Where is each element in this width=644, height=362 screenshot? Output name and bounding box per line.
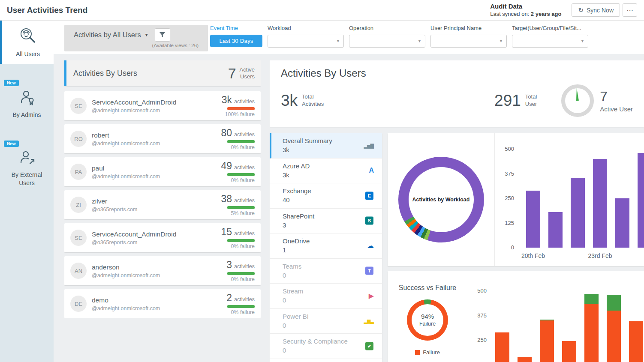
user-activity-row[interactable]: SE ServiceAccount_AdminDroid @o365report… (64, 223, 261, 252)
user-activity-row[interactable]: RO robert @admeight.onmicrosoft.com 80 a… (64, 124, 261, 153)
failure-rate-label: 5% failure (231, 210, 255, 216)
sync-now-button[interactable]: ↻ Sync Now (572, 3, 620, 17)
workload-item[interactable]: Azure AD 3k A (270, 159, 382, 184)
bar-segment-failure[interactable] (584, 304, 599, 362)
bar-segment-failure[interactable] (518, 357, 532, 362)
workload-item[interactable]: Exchange 40 E (270, 183, 382, 209)
user-name: ServiceAccount_AdminDroid (92, 230, 176, 238)
bar-segment-failure[interactable] (540, 320, 554, 362)
failure-rate-bar (227, 173, 255, 176)
bar[interactable] (593, 159, 607, 248)
bar[interactable] (526, 191, 540, 248)
bar[interactable] (548, 212, 563, 248)
chevron-down-icon: ▼ (336, 39, 340, 43)
user-list: SE ServiceAccount_AdminDroid @admeight.o… (64, 91, 261, 318)
total-user-label-top: Total (525, 93, 537, 100)
onedrive-icon: ☁ (367, 242, 373, 249)
workload-item[interactable]: Stream 0 ▶ (270, 284, 382, 309)
activity-count: 2 (226, 292, 232, 304)
workload-filter-label: Workload (268, 25, 344, 31)
daily-activities-chart: 0125250375500 20th Feb23rd Feb (495, 133, 644, 266)
event-time-label: Event Time (210, 25, 262, 31)
x-axis: 20th Feb23rd Feb (518, 252, 644, 259)
y-axis-tick: 250 (495, 195, 514, 201)
chevron-down-icon: ▼ (418, 39, 421, 43)
operation-filter: Operation ▼ (349, 25, 425, 48)
x-axis-label: 23rd Feb (588, 252, 612, 259)
workload-item[interactable]: OneDrive 1 ☁ (270, 233, 382, 259)
operation-filter-select[interactable]: ▼ (349, 35, 425, 48)
failure-rate-bar (227, 272, 255, 275)
bar-segment-failure[interactable] (629, 321, 643, 362)
sidebar-item-by-external-users[interactable]: New By External Users (0, 135, 54, 192)
bar[interactable] (571, 178, 585, 248)
workload-value: 0 (283, 272, 373, 279)
user-activities-search-icon (18, 26, 38, 47)
y-axis: 0125250375500 (495, 149, 514, 248)
new-badge: New (4, 80, 19, 86)
sync-icon: ↻ (578, 6, 584, 14)
view-selector-dropdown[interactable]: Activities by All Users (74, 31, 141, 39)
audit-data-label: Audit Data (490, 2, 561, 11)
failure-rate-label: 0% failure (231, 144, 255, 150)
bar-segment-success[interactable] (607, 295, 621, 311)
funnel-icon (159, 32, 166, 38)
target-filter-label: Target(User/Group/File/Sit... (512, 25, 588, 31)
more-options-button[interactable]: ⋯ (623, 3, 637, 17)
workload-donut[interactable]: Activities by Workload (398, 157, 484, 242)
workload-item[interactable]: Teams 0 T (270, 259, 382, 284)
workload-item[interactable]: Security & Compliance 0 ✔ (270, 334, 382, 359)
bar[interactable] (638, 153, 644, 248)
exchange-icon: E (365, 191, 373, 200)
user-activity-row[interactable]: ZI zilver @o365reports.com 38 activities… (64, 190, 261, 219)
user-activity-row[interactable]: AN anderson @admeight.onmicrosoft.com 3 … (64, 256, 261, 285)
workload-summary-card: Overall Summary 3k ▂▅▇ Azure AD 3k A Exc… (270, 133, 382, 362)
bar-plot (491, 291, 644, 362)
user-name: zilver (92, 197, 138, 205)
audit-data-info: Audit Data Last synced on: 2 years ago (490, 2, 561, 18)
bar-segment-failure[interactable] (495, 332, 509, 362)
workload-item[interactable]: Overall Summary 3k ▂▅▇ (270, 133, 382, 159)
bar-plot (518, 149, 644, 248)
workload-filter-select[interactable]: ▼ (268, 35, 344, 48)
workload-item[interactable]: Power BI 0 ▂▆▃ (270, 309, 382, 334)
workload-item[interactable]: SharePoint 3 S (270, 209, 382, 234)
success-failure-donut[interactable]: 94% Failure (407, 299, 448, 341)
user-activity-row[interactable]: SE ServiceAccount_AdminDroid @admeight.o… (64, 91, 261, 120)
user-principal-name-filter: User Principal Name ▼ (430, 25, 507, 48)
failure-rate-bar (227, 305, 255, 308)
filter-button[interactable] (155, 28, 170, 42)
active-user-stat: 7 Active User (600, 89, 633, 113)
bar-segment-failure[interactable] (562, 341, 576, 362)
target-filter-select[interactable]: ▼ (512, 35, 588, 48)
page-title: User Activities Trend (7, 6, 87, 15)
failure-percentage: 94% (421, 313, 434, 321)
avatar: AN (70, 263, 87, 279)
failure-legend-label: Failure (423, 349, 440, 356)
avatar: SE (70, 98, 87, 114)
sidebar-item-all-users[interactable]: All Users (0, 21, 54, 64)
active-user-label: Active User (600, 105, 633, 113)
user-panel-header: Activities By Users 7 Active Users (64, 60, 261, 86)
active-user-gauge-section: 7 Active User (549, 84, 633, 117)
last-synced-text: Last synced on: 2 years ago (490, 11, 561, 18)
workload-filter: Workload ▼ (268, 25, 344, 48)
user-email: @admeight.onmicrosoft.com (92, 305, 160, 311)
total-activities-label-bottom: Activities (302, 101, 324, 107)
user-activity-row[interactable]: DE demo @admeight.onmicrosoft.com 2 acti… (64, 289, 261, 318)
bar-segment-failure[interactable] (607, 311, 621, 362)
bar[interactable] (615, 198, 629, 248)
avatar: RO (70, 131, 87, 147)
user-principal-name-filter-select[interactable]: ▼ (430, 35, 507, 48)
top-bar: User Activities Trend Audit Data Last sy… (0, 0, 644, 21)
event-time-value-button[interactable]: Last 30 Days (210, 35, 262, 47)
total-user-label-bottom: User (525, 101, 537, 107)
bar-segment-success[interactable] (584, 294, 599, 304)
sidebar-item-by-admins[interactable]: New By Admins (0, 74, 54, 125)
active-users-label-top: Active (240, 66, 255, 73)
user-activity-row[interactable]: PA paul @admeight.onmicrosoft.com 49 act… (64, 157, 261, 186)
avatar: ZI (70, 197, 87, 213)
chevron-down-icon: ▼ (144, 33, 149, 37)
failure-rate-label: 0% failure (231, 276, 255, 282)
activity-count: 15 (221, 226, 232, 238)
